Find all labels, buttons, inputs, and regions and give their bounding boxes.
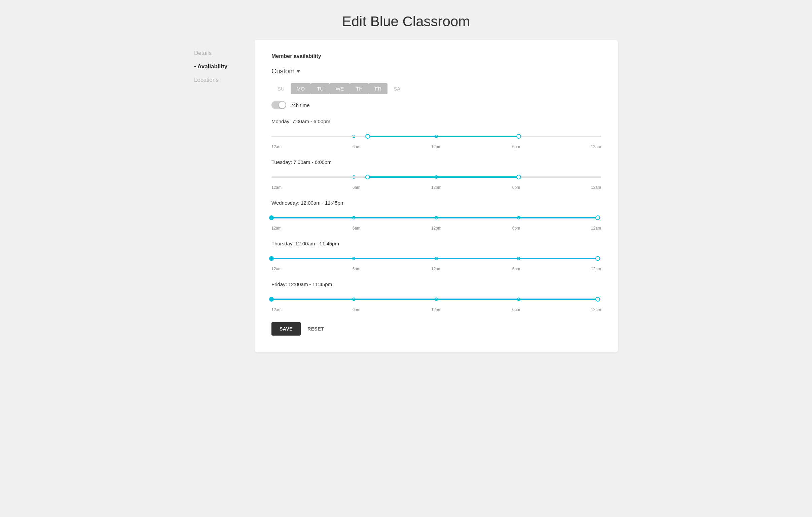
save-button[interactable]: SAVE [271,322,301,335]
sidebar: Details Availability Locations [194,40,255,352]
slider-label-tick: 12am [591,226,601,230]
slider-track-active [368,136,519,137]
day-label-tuesday: Tuesday: 7:00am - 6:00pm [271,159,601,165]
slider-label-tick: 12am [271,267,282,271]
day-section-friday: Friday: 12:00am - 11:45pm12am6am12pm6pm1… [271,281,601,312]
slider-track-active [271,258,598,259]
day-section-tuesday: Tuesday: 7:00am - 6:00pm12am6am12pm6pm12… [271,159,601,190]
sidebar-item-availability[interactable]: Availability [194,60,255,73]
slider-label-tick: 6am [352,267,360,271]
slider-label-tick: 12pm [431,144,441,149]
dropdown-arrow-icon [297,70,300,73]
slider-label-tick: 12am [271,307,282,312]
slider-handle-right-wednesday[interactable] [596,215,600,220]
slider-label-tick: 6pm [512,185,520,190]
slider-wednesday[interactable] [271,211,601,224]
tab-mo[interactable]: MO [291,83,311,94]
slider-label-tick: 12am [271,185,282,190]
slider-handle-left-wednesday[interactable] [269,215,274,220]
slider-label-tick: 6am [352,185,360,190]
day-label-friday: Friday: 12:00am - 11:45pm [271,281,601,287]
slider-handle-left-monday[interactable] [365,134,370,139]
slider-label-tick: 12am [271,226,282,230]
slider-labels-thursday: 12am6am12pm6pm12am [271,267,601,271]
slider-handle-right-thursday[interactable] [596,256,600,261]
slider-labels-monday: 12am6am12pm6pm12am [271,144,601,149]
day-label-thursday: Thursday: 12:00am - 11:45pm [271,241,601,246]
slider-friday[interactable] [271,293,601,306]
day-label-wednesday: Wednesday: 12:00am - 11:45pm [271,200,601,206]
slider-labels-tuesday: 12am6am12pm6pm12am [271,185,601,190]
tab-th[interactable]: TH [350,83,369,94]
toggle-label: 24h time [290,102,310,108]
24h-toggle[interactable] [271,101,286,109]
schedules-container: Monday: 7:00am - 6:00pm12am6am12pm6pm12a… [271,118,601,312]
toggle-row: 24h time [271,101,601,109]
tab-su[interactable]: SU [271,83,291,94]
slider-label-tick: 6pm [512,144,520,149]
day-label-monday: Monday: 7:00am - 6:00pm [271,118,601,124]
slider-label-tick: 12pm [431,307,441,312]
slider-label-tick: 12am [271,144,282,149]
slider-track-active [368,176,519,178]
slider-label-tick: 12am [591,144,601,149]
slider-handle-left-friday[interactable] [269,297,274,302]
slider-label-tick: 12am [591,185,601,190]
slider-labels-friday: 12am6am12pm6pm12am [271,307,601,312]
slider-label-tick: 6am [352,307,360,312]
slider-handle-left-thursday[interactable] [269,256,274,261]
reset-button[interactable]: RESET [308,326,324,331]
custom-dropdown[interactable]: Custom [271,67,300,75]
slider-label-tick: 6pm [512,267,520,271]
slider-monday[interactable] [271,130,601,143]
slider-handle-right-monday[interactable] [516,134,521,139]
slider-label-tick: 6am [352,226,360,230]
slider-track-active [271,217,598,218]
slider-handle-left-tuesday[interactable] [365,175,370,180]
tab-we[interactable]: WE [330,83,350,94]
dropdown-label: Custom [271,67,295,75]
slider-handle-right-tuesday[interactable] [516,175,521,180]
slider-label-tick: 12am [591,267,601,271]
slider-handle-right-friday[interactable] [596,297,600,302]
day-section-thursday: Thursday: 12:00am - 11:45pm12am6am12pm6p… [271,241,601,271]
day-section-monday: Monday: 7:00am - 6:00pm12am6am12pm6pm12a… [271,118,601,149]
slider-label-tick: 12pm [431,267,441,271]
day-tabs: SU MO TU WE TH FR SA [271,83,601,94]
slider-label-tick: 6pm [512,226,520,230]
slider-track-active [271,299,598,300]
slider-labels-wednesday: 12am6am12pm6pm12am [271,226,601,230]
day-section-wednesday: Wednesday: 12:00am - 11:45pm12am6am12pm6… [271,200,601,230]
slider-label-tick: 12pm [431,226,441,230]
action-row: SAVE RESET [271,322,601,335]
slider-label-tick: 6am [352,144,360,149]
toggle-knob [279,102,286,108]
sidebar-item-locations[interactable]: Locations [194,73,255,87]
section-title: Member availability [271,53,601,59]
tab-fr[interactable]: FR [369,83,387,94]
slider-tuesday[interactable] [271,170,601,184]
tab-tu[interactable]: TU [311,83,330,94]
slider-label-tick: 12pm [431,185,441,190]
page-title: Edit Blue Classroom [0,0,812,40]
main-panel: Member availability Custom SU MO TU WE T… [255,40,618,352]
slider-thursday[interactable] [271,252,601,265]
sidebar-item-details[interactable]: Details [194,47,255,60]
slider-label-tick: 12am [591,307,601,312]
tab-sa[interactable]: SA [387,83,406,94]
slider-label-tick: 6pm [512,307,520,312]
